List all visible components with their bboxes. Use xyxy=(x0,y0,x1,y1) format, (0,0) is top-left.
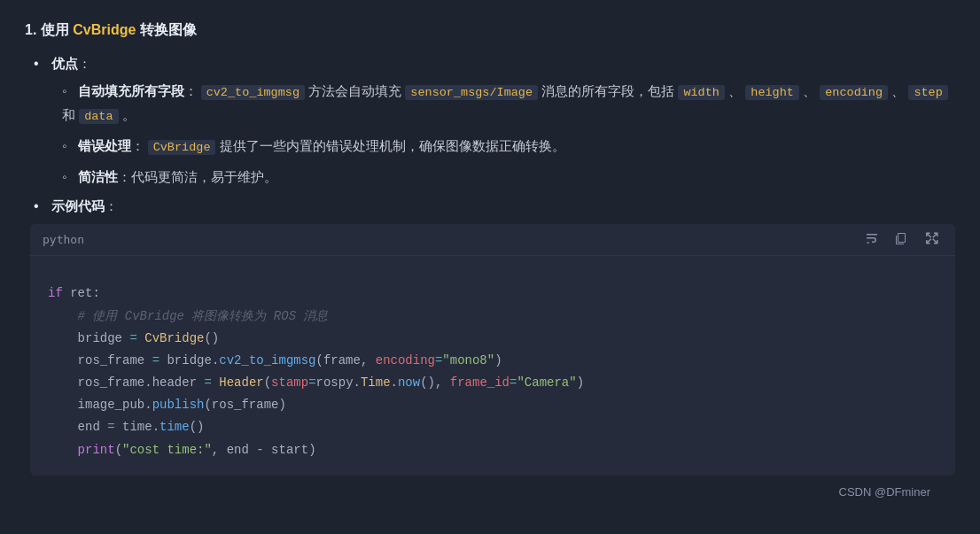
code-line-print: print("cost time:", end - start) xyxy=(48,439,937,461)
code-height: height xyxy=(745,85,799,100)
advantages-label: 优点 xyxy=(51,56,78,71)
expand-icon xyxy=(925,231,939,245)
copy-icon-button[interactable] xyxy=(891,229,913,250)
simplicity-label: 简洁性 xyxy=(78,169,118,184)
code-encoding: encoding xyxy=(820,85,888,100)
main-list: 优点： 自动填充所有字段： cv2_to_imgmsg 方法会自动填充 sens… xyxy=(25,56,955,476)
code-cvbridge-error: CvBridge xyxy=(148,140,216,155)
wrap-icon xyxy=(865,231,879,245)
code-data: data xyxy=(79,109,118,124)
code-step: step xyxy=(908,85,947,100)
section-prefix: 使用 xyxy=(41,22,69,37)
code-line-publish: image_pub.publish(ros_frame) xyxy=(48,394,937,416)
code-line-header: ros_frame.header = Header(stamp=rospy.Ti… xyxy=(48,372,937,394)
code-block-header: python xyxy=(30,224,955,256)
auto-fill-label: 自动填充所有字段 xyxy=(78,83,184,98)
advantages-sub-list: 自动填充所有字段： cv2_to_imgmsg 方法会自动填充 sensor_m… xyxy=(34,80,955,188)
advantage-simplicity: 简洁性：代码更简洁，易于维护。 xyxy=(62,166,955,189)
code-line-1: if ret: xyxy=(48,282,937,305)
watermark: CSDN @DFminer xyxy=(839,485,930,499)
section-name: CvBridge xyxy=(73,22,136,37)
section-suffix: 转换图像 xyxy=(140,22,197,37)
code-lang-label: python xyxy=(43,233,84,246)
expand-icon-button[interactable] xyxy=(922,229,943,250)
code-line-comment: # 使用 CvBridge 将图像转换为 ROS 消息 xyxy=(48,306,937,328)
page-container: 1. 使用 CvBridge 转换图像 优点： 自动填充所有字段： cv2_to… xyxy=(25,21,955,513)
code-cv2-to-imgmsg: cv2_to_imgmsg xyxy=(201,85,305,100)
section-number: 1. xyxy=(25,22,36,37)
code-content: if ret: # 使用 CvBridge 将图像转换为 ROS 消息 brid… xyxy=(30,256,955,476)
advantage-error-handling: 错误处理： CvBridge 提供了一些内置的错误处理机制，确保图像数据正确转换… xyxy=(62,135,955,159)
code-line-end: end = time.time() xyxy=(48,416,937,438)
code-actions xyxy=(861,229,943,250)
code-line-bridge: bridge = CvBridge() xyxy=(48,328,937,350)
wrap-icon-button[interactable] xyxy=(861,229,883,250)
advantages-item: 优点： 自动填充所有字段： cv2_to_imgmsg 方法会自动填充 sens… xyxy=(34,56,955,188)
code-width: width xyxy=(678,85,725,100)
example-code-label: 示例代码 xyxy=(51,198,105,213)
section-title: 1. 使用 CvBridge 转换图像 xyxy=(25,21,955,40)
code-sensor-msgs-image: sensor_msgs/Image xyxy=(405,85,538,100)
error-handling-label: 错误处理 xyxy=(78,138,131,153)
example-code-item: 示例代码： python xyxy=(34,198,955,476)
code-line-ros-frame: ros_frame = bridge.cv2_to_imgmsg(frame, … xyxy=(48,350,937,372)
advantage-auto-fill: 自动填充所有字段： cv2_to_imgmsg 方法会自动填充 sensor_m… xyxy=(62,80,955,128)
code-block: python xyxy=(30,224,955,476)
copy-icon xyxy=(895,231,909,245)
